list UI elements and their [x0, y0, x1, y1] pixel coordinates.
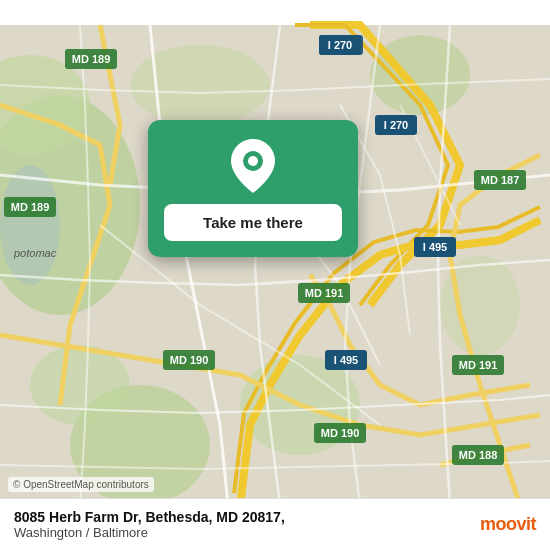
svg-text:MD 190: MD 190 [321, 427, 360, 439]
bottom-bar: 8085 Herb Farm Dr, Bethesda, MD 20817, W… [0, 498, 550, 550]
address-line1: 8085 Herb Farm Dr, Bethesda, MD 20817, [14, 509, 285, 525]
map-container: I 270 I 270 MD 187 MD 189 MD 189 I 495 M… [0, 0, 550, 550]
svg-text:MD 189: MD 189 [72, 53, 111, 65]
svg-text:MD 190: MD 190 [170, 354, 209, 366]
address-block: 8085 Herb Farm Dr, Bethesda, MD 20817, W… [14, 509, 285, 540]
svg-text:I 495: I 495 [423, 241, 447, 253]
svg-text:MD 191: MD 191 [459, 359, 498, 371]
navigation-card: Take me there [148, 120, 358, 257]
osm-attribution: © OpenStreetMap contributors [8, 477, 154, 492]
svg-point-3 [130, 45, 270, 125]
moovit-brand-text: moovit [480, 514, 536, 535]
svg-text:I 495: I 495 [334, 354, 358, 366]
svg-point-9 [0, 165, 60, 285]
svg-text:MD 188: MD 188 [459, 449, 498, 461]
svg-text:MD 187: MD 187 [481, 174, 520, 186]
map-background: I 270 I 270 MD 187 MD 189 MD 189 I 495 M… [0, 0, 550, 550]
address-line2: Washington / Baltimore [14, 525, 285, 540]
svg-text:MD 191: MD 191 [305, 287, 344, 299]
svg-text:MD 189: MD 189 [11, 201, 50, 213]
location-pin-icon [228, 138, 278, 194]
svg-text:I 270: I 270 [328, 39, 352, 51]
svg-point-7 [30, 345, 130, 425]
svg-text:I 270: I 270 [384, 119, 408, 131]
svg-text:potomac: potomac [13, 247, 57, 259]
moovit-logo: moovit [480, 514, 536, 535]
take-me-there-button[interactable]: Take me there [164, 204, 342, 241]
svg-point-37 [248, 156, 258, 166]
